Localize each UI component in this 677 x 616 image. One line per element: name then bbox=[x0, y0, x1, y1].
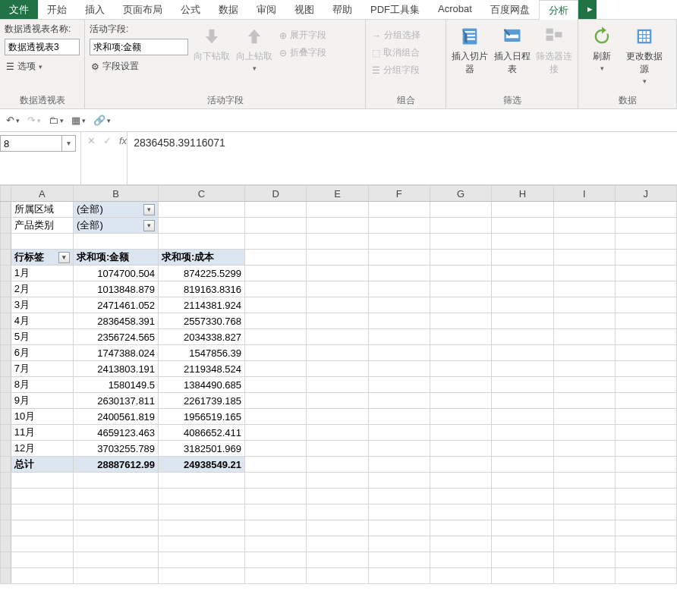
tab-baidu[interactable]: 百度网盘 bbox=[481, 0, 539, 19]
collapse-field-button: ⊖ 折叠字段 bbox=[278, 45, 328, 61]
table-row[interactable]: 9月2630137.8112261739.185 bbox=[1, 393, 677, 409]
col-E[interactable]: E bbox=[307, 186, 368, 202]
tab-layout[interactable]: 页面布局 bbox=[114, 0, 172, 19]
col-I[interactable]: I bbox=[553, 186, 615, 202]
qat-link[interactable]: 🔗 ▾ bbox=[93, 115, 111, 126]
insert-slicer-button[interactable]: 插入切片器 bbox=[451, 23, 489, 76]
group-group-label: 组合 bbox=[370, 93, 441, 107]
table-row[interactable] bbox=[1, 520, 677, 536]
slicer-icon bbox=[458, 24, 482, 49]
refresh-icon bbox=[590, 24, 614, 49]
tab-view[interactable]: 视图 bbox=[285, 0, 323, 19]
tab-formulas[interactable]: 公式 bbox=[172, 0, 209, 19]
col-A[interactable]: A bbox=[11, 186, 73, 202]
table-row[interactable] bbox=[1, 536, 677, 552]
table-row[interactable]: 3月2471461.0522114381.924 bbox=[1, 297, 677, 313]
col-H[interactable]: H bbox=[492, 186, 553, 202]
name-box-input[interactable] bbox=[1, 138, 61, 149]
col-G[interactable]: G bbox=[430, 186, 491, 202]
col-B[interactable]: B bbox=[74, 186, 159, 202]
group-group: → 分组选择 ⬚ 取消组合 ☰ 分组字段 组合 bbox=[366, 20, 446, 108]
table-row[interactable] bbox=[1, 234, 677, 250]
pivot-header-row[interactable]: 行标签▾ 求和项:金额 求和项:成本 bbox=[1, 250, 677, 266]
table-row[interactable] bbox=[1, 473, 677, 489]
active-field-group-label: 活动字段 bbox=[90, 93, 361, 107]
active-field-input[interactable] bbox=[90, 39, 188, 55]
datasource-icon bbox=[632, 24, 657, 49]
table-row[interactable]: 4月2836458.3912557330.768 bbox=[1, 313, 677, 329]
active-field-label: 活动字段: bbox=[90, 23, 188, 36]
table-row[interactable]: 6月1747388.0241547856.39 bbox=[1, 345, 677, 361]
table-row[interactable]: 11月4659123.4634086652.411 bbox=[1, 425, 677, 441]
namebox-caret-icon[interactable]: ▾ bbox=[61, 136, 75, 151]
table-row[interactable]: 10月2400561.8191956519.165 bbox=[1, 409, 677, 425]
col-C[interactable]: C bbox=[159, 186, 245, 202]
table-row[interactable]: 所属区域 (全部)▾ bbox=[1, 202, 677, 218]
expand-field-button: ⊕ 展开字段 bbox=[278, 27, 328, 43]
tab-review[interactable]: 审阅 bbox=[247, 0, 285, 19]
tab-more[interactable]: ▸ bbox=[578, 0, 597, 19]
drill-up-button: 向上钻取 ▾ bbox=[235, 23, 273, 72]
svg-rect-7 bbox=[639, 31, 650, 42]
redo-button: ↷ ▾ bbox=[27, 115, 41, 126]
ungroup-button: ⬚ 取消组合 bbox=[370, 45, 441, 61]
fx-icon[interactable]: fx bbox=[119, 135, 127, 146]
enter-icon: ✓ bbox=[103, 135, 112, 146]
table-row[interactable]: 8月1580149.51384490.685 bbox=[1, 377, 677, 393]
table-row[interactable]: 5月2356724.5652034338.827 bbox=[1, 329, 677, 345]
table-row[interactable]: 2月1013848.879819163.8316 bbox=[1, 281, 677, 297]
pivot-options-button[interactable]: ☰ 选项 ▾ bbox=[5, 58, 80, 74]
collapse-icon: ⊖ bbox=[279, 48, 287, 58]
qat-grid[interactable]: ▦ ▾ bbox=[71, 115, 86, 126]
group-filter: 插入切片器 插入日程表 筛选器连接 筛选 bbox=[446, 20, 578, 108]
pivot-total-row[interactable]: 总计 28887612.99 24938549.21 bbox=[1, 457, 677, 473]
filter-connections-button: 筛选器连接 bbox=[535, 23, 573, 76]
pivot-name-value[interactable] bbox=[5, 39, 79, 55]
tab-file[interactable]: 文件 bbox=[0, 0, 38, 19]
column-headers[interactable]: A B C D E F G H I J bbox=[1, 186, 677, 202]
formula-input[interactable]: 2836458.39116071 bbox=[127, 132, 677, 184]
pivot-name-input[interactable] bbox=[5, 39, 80, 55]
table-row[interactable] bbox=[1, 568, 677, 584]
filter-conn-icon bbox=[542, 24, 566, 49]
table-row[interactable]: 1月1074700.504874225.5299 bbox=[1, 266, 677, 281]
tab-pdf[interactable]: PDF工具集 bbox=[361, 0, 429, 19]
spreadsheet-grid[interactable]: A B C D E F G H I J 所属区域 (全部)▾ 产品类别 (全部)… bbox=[0, 185, 677, 584]
col-F[interactable]: F bbox=[368, 186, 430, 202]
rowlabel-dropdown-icon[interactable]: ▾ bbox=[58, 252, 70, 263]
group-active-field: 活动字段: ⚙ 字段设置 向下钻取 向上钻取 bbox=[85, 20, 366, 108]
tab-analyze[interactable]: 分析 bbox=[539, 0, 578, 20]
svg-rect-2 bbox=[505, 35, 518, 39]
quick-access-toolbar: ↶ ▾ ↷ ▾ 🗀 ▾ ▦ ▾ 🔗 ▾ bbox=[0, 109, 677, 132]
field-settings-button[interactable]: ⚙ 字段设置 bbox=[90, 58, 188, 74]
pivot-name-label: 数据透视表名称: bbox=[5, 23, 80, 36]
table-row[interactable] bbox=[1, 552, 677, 568]
active-field-value[interactable] bbox=[90, 39, 187, 55]
refresh-button[interactable]: 刷新 ▾ bbox=[583, 23, 621, 72]
ribbon: 数据透视表名称: ☰ 选项 ▾ 数据透视表 活动字段: ⚙ 字段设置 bbox=[0, 20, 677, 109]
insert-timeline-button[interactable]: 插入日程表 bbox=[493, 23, 531, 76]
qat-open[interactable]: 🗀 ▾ bbox=[49, 115, 64, 126]
change-source-button[interactable]: 更改数据源 ▾ bbox=[625, 23, 663, 85]
col-D[interactable]: D bbox=[244, 186, 306, 202]
tab-home[interactable]: 开始 bbox=[38, 0, 76, 19]
tab-help[interactable]: 帮助 bbox=[323, 0, 361, 19]
group-pivottable: 数据透视表名称: ☰ 选项 ▾ 数据透视表 bbox=[0, 20, 85, 108]
select-all-corner[interactable] bbox=[1, 186, 11, 202]
arrow-up-icon bbox=[242, 24, 266, 49]
table-row[interactable]: 7月2413803.1912119348.524 bbox=[1, 361, 677, 377]
tab-data[interactable]: 数据 bbox=[209, 0, 247, 19]
tab-insert[interactable]: 插入 bbox=[76, 0, 114, 19]
expand-icon: ⊕ bbox=[279, 30, 287, 41]
col-J[interactable]: J bbox=[615, 186, 676, 202]
arrow-down-icon bbox=[200, 24, 224, 49]
table-row[interactable] bbox=[1, 489, 677, 504]
filter-dropdown-icon[interactable]: ▾ bbox=[143, 220, 155, 231]
table-row[interactable]: 产品类别 (全部)▾ bbox=[1, 218, 677, 234]
filter-dropdown-icon[interactable]: ▾ bbox=[143, 204, 155, 215]
tab-acrobat[interactable]: Acrobat bbox=[429, 0, 481, 19]
table-row[interactable]: 12月3703255.7893182501.969 bbox=[1, 441, 677, 457]
undo-button[interactable]: ↶ ▾ bbox=[6, 115, 20, 126]
table-row[interactable] bbox=[1, 504, 677, 520]
name-box[interactable]: ▾ bbox=[0, 135, 76, 152]
